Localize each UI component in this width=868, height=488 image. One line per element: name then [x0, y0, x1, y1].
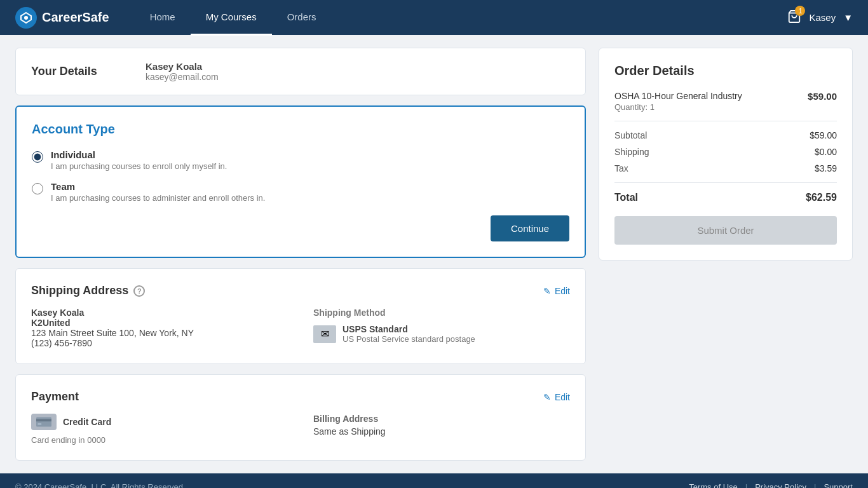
your-details-title: Your Details — [31, 65, 146, 78]
shipping-method-desc: US Postal Service standard postage — [342, 334, 475, 344]
total-label: Total — [614, 192, 638, 203]
shipping-name: Kasey Koala — [31, 308, 288, 318]
payment-header: Payment ✎ Edit — [31, 390, 570, 403]
individual-title: Individual — [51, 149, 227, 160]
payment-grid: Credit Card Card ending in 0000 Billing … — [31, 414, 570, 445]
shipping-right: Shipping Method ✉ USPS Standard US Posta… — [313, 308, 570, 348]
footer-divider-2: | — [814, 482, 816, 488]
payment-title: Payment — [31, 390, 79, 403]
order-item-price: $59.00 — [808, 91, 837, 102]
total-value: $62.59 — [806, 192, 837, 203]
logo-icon — [15, 7, 37, 29]
tax-row: Tax $3.59 — [614, 163, 837, 173]
payment-edit-button[interactable]: ✎ Edit — [543, 392, 570, 402]
nav-home[interactable]: Home — [135, 0, 191, 36]
order-divider-2 — [614, 182, 837, 183]
header: CareerSafe Home My Courses Orders 1 Kase… — [0, 0, 868, 35]
payment-right: Billing Address Same as Shipping — [313, 414, 570, 445]
your-details-card: Your Details Kasey Koala kasey@email.com — [15, 48, 586, 95]
right-column: Order Details OSHA 10-Hour General Indus… — [599, 48, 853, 461]
order-details-card: Order Details OSHA 10-Hour General Indus… — [599, 48, 853, 261]
account-type-card: Account Type Individual I am purchasing … — [15, 105, 586, 258]
footer-divider-1: | — [745, 482, 747, 488]
terms-of-use-link[interactable]: Terms of Use — [689, 482, 738, 488]
user-name: Kasey — [809, 12, 836, 23]
chevron-down-icon: ▼ — [843, 12, 853, 23]
svg-rect-6 — [37, 423, 41, 424]
continue-btn-row: Continue — [32, 215, 569, 241]
logo-text: CareerSafe — [42, 10, 109, 25]
team-desc: I am purchasing courses to administer an… — [51, 193, 265, 203]
order-divider-1 — [614, 121, 837, 121]
svg-rect-5 — [36, 419, 51, 422]
tax-label: Tax — [614, 163, 628, 173]
payment-card: Payment ✎ Edit Credit Card Card ending i… — [15, 374, 586, 461]
shipping-method-info: USPS Standard US Postal Service standard… — [342, 324, 475, 344]
submit-order-button[interactable]: Submit Order — [614, 216, 837, 245]
team-label: Team I am purchasing courses to administ… — [51, 181, 265, 203]
payment-edit-pencil-icon: ✎ — [543, 392, 551, 402]
team-radio[interactable] — [32, 183, 43, 194]
your-details-info: Kasey Koala kasey@email.com — [146, 61, 219, 82]
shipping-header: Shipping Address ? ✎ Edit — [31, 284, 570, 297]
svg-rect-4 — [36, 417, 51, 427]
subtotal-value: $59.00 — [810, 130, 837, 140]
shipping-phone: (123) 456-7890 — [31, 338, 288, 348]
privacy-policy-link[interactable]: Privacy Policy — [755, 482, 806, 488]
billing-address-value: Same as Shipping — [313, 426, 570, 437]
main-content: Your Details Kasey Koala kasey@email.com… — [0, 35, 868, 473]
order-shipping-value: $0.00 — [815, 147, 837, 157]
cc-row: Credit Card — [31, 414, 288, 430]
team-title: Team — [51, 181, 265, 192]
shipping-left: Kasey Koala K2United 123 Main Street Sui… — [31, 308, 288, 348]
shipping-help-icon[interactable]: ? — [133, 285, 145, 297]
shipping-company: K2United — [31, 318, 288, 328]
logo[interactable]: CareerSafe — [15, 7, 109, 29]
shipping-grid: Kasey Koala K2United 123 Main Street Sui… — [31, 308, 570, 348]
billing-address-label: Billing Address — [313, 414, 570, 424]
footer-copyright: © 2024 CareerSafe, LLC. All Rights Reser… — [15, 482, 186, 488]
cc-ending: Card ending in 0000 — [31, 435, 288, 445]
support-link[interactable]: Support — [824, 482, 853, 488]
shipping-title: Shipping Address ? — [31, 284, 145, 297]
cart-badge: 1 — [795, 6, 805, 16]
shipping-method-label: Shipping Method — [313, 308, 570, 318]
order-item-qty: Quantity: 1 — [614, 102, 742, 112]
shipping-row: Shipping $0.00 — [614, 147, 837, 157]
individual-desc: I am purchasing courses to enroll only m… — [51, 161, 227, 171]
shipping-card: Shipping Address ? ✎ Edit Kasey Koala K2… — [15, 268, 586, 364]
subtotal-label: Subtotal — [614, 130, 647, 140]
user-email: kasey@email.com — [146, 72, 219, 82]
shipping-method-name: USPS Standard — [342, 324, 475, 334]
individual-radio[interactable] — [32, 151, 43, 163]
main-nav: Home My Courses Orders — [135, 0, 788, 36]
account-type-title: Account Type — [32, 122, 569, 137]
cc-label: Credit Card — [63, 417, 111, 427]
subtotal-row: Subtotal $59.00 — [614, 130, 837, 140]
order-item-name: OSHA 10-Hour General Industry — [614, 91, 742, 101]
shipping-method-row: ✉ USPS Standard US Postal Service standa… — [313, 324, 570, 344]
usps-icon: ✉ — [313, 325, 336, 343]
credit-card-icon — [31, 414, 57, 430]
order-item-row: OSHA 10-Hour General Industry Quantity: … — [614, 91, 837, 112]
shipping-address: 123 Main Street Suite 100, New York, NY — [31, 328, 288, 338]
continue-button[interactable]: Continue — [491, 215, 569, 241]
order-item-info: OSHA 10-Hour General Industry Quantity: … — [614, 91, 742, 112]
individual-label: Individual I am purchasing courses to en… — [51, 149, 227, 171]
individual-option[interactable]: Individual I am purchasing courses to en… — [32, 149, 569, 171]
footer-links: Terms of Use | Privacy Policy | Support — [689, 482, 853, 488]
left-column: Your Details Kasey Koala kasey@email.com… — [15, 48, 586, 461]
user-menu[interactable]: 1 Kasey ▼ — [787, 10, 853, 25]
nav-my-courses[interactable]: My Courses — [191, 0, 272, 36]
payment-left: Credit Card Card ending in 0000 — [31, 414, 288, 445]
shipping-edit-button[interactable]: ✎ Edit — [543, 286, 570, 296]
svg-point-2 — [24, 16, 28, 20]
cart-icon-wrapper[interactable]: 1 — [787, 10, 801, 25]
nav-orders[interactable]: Orders — [272, 0, 332, 36]
user-full-name: Kasey Koala — [146, 61, 219, 72]
edit-pencil-icon: ✎ — [543, 286, 551, 296]
total-row: Total $62.59 — [614, 192, 837, 203]
team-option[interactable]: Team I am purchasing courses to administ… — [32, 181, 569, 203]
order-details-title: Order Details — [614, 64, 837, 78]
order-shipping-label: Shipping — [614, 147, 649, 157]
